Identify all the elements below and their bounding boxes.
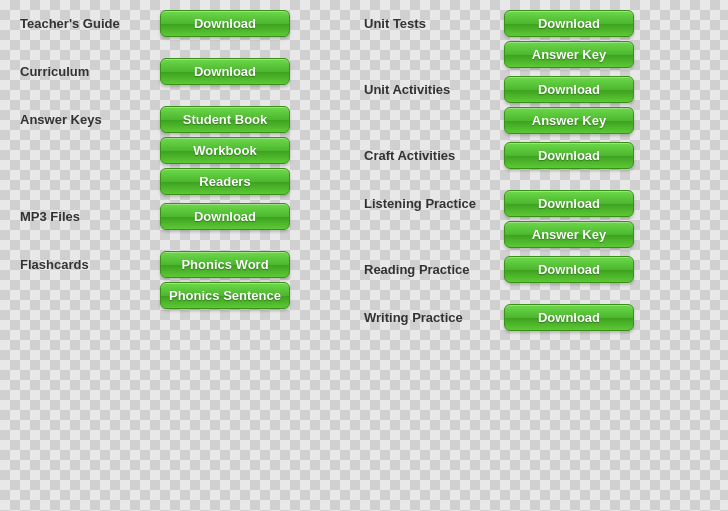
label-left-1: Curriculum [20,58,160,79]
row-right-1: Unit ActivitiesDownloadAnswer Key [364,76,708,134]
buttons-left-0: Download [160,10,290,37]
buttons-left-2: Student BookWorkbookReaders [160,106,290,195]
row-right-0: Unit TestsDownloadAnswer Key [364,10,708,68]
row-left-3: MP3 FilesDownload [20,203,364,243]
buttons-right-3: DownloadAnswer Key [504,190,634,248]
main-container: Teacher's GuideDownloadCurriculumDownloa… [0,0,728,511]
buttons-right-1: DownloadAnswer Key [504,76,634,134]
btn-left-2-0[interactable]: Student Book [160,106,290,133]
row-left-2: Answer KeysStudent BookWorkbookReaders [20,106,364,195]
label-left-2: Answer Keys [20,106,160,127]
row-right-2: Craft ActivitiesDownload [364,142,708,182]
buttons-left-1: Download [160,58,290,85]
buttons-right-5: Download [504,304,634,331]
label-left-4: Flashcards [20,251,160,272]
row-left-1: CurriculumDownload [20,58,364,98]
btn-right-3-1[interactable]: Answer Key [504,221,634,248]
btn-right-5-0[interactable]: Download [504,304,634,331]
btn-right-0-0[interactable]: Download [504,10,634,37]
buttons-right-4: Download [504,256,634,283]
btn-right-0-1[interactable]: Answer Key [504,41,634,68]
label-left-0: Teacher's Guide [20,10,160,31]
btn-left-3-0[interactable]: Download [160,203,290,230]
btn-left-2-1[interactable]: Workbook [160,137,290,164]
column-right: Unit TestsDownloadAnswer KeyUnit Activit… [364,10,708,501]
btn-right-1-1[interactable]: Answer Key [504,107,634,134]
row-left-4: FlashcardsPhonics WordPhonics Sentence [20,251,364,309]
row-left-0: Teacher's GuideDownload [20,10,364,50]
label-right-1: Unit Activities [364,76,504,97]
row-right-5: Writing PracticeDownload [364,304,708,344]
btn-right-2-0[interactable]: Download [504,142,634,169]
btn-right-1-0[interactable]: Download [504,76,634,103]
label-right-3: Listening Practice [364,190,504,211]
label-right-0: Unit Tests [364,10,504,31]
btn-left-4-0[interactable]: Phonics Word [160,251,290,278]
row-right-4: Reading PracticeDownload [364,256,708,296]
btn-left-1-0[interactable]: Download [160,58,290,85]
label-left-3: MP3 Files [20,203,160,224]
buttons-left-3: Download [160,203,290,230]
row-right-3: Listening PracticeDownloadAnswer Key [364,190,708,248]
label-right-4: Reading Practice [364,256,504,277]
buttons-right-0: DownloadAnswer Key [504,10,634,68]
column-left: Teacher's GuideDownloadCurriculumDownloa… [20,10,364,501]
label-right-2: Craft Activities [364,142,504,163]
btn-right-4-0[interactable]: Download [504,256,634,283]
buttons-right-2: Download [504,142,634,169]
btn-left-0-0[interactable]: Download [160,10,290,37]
label-right-5: Writing Practice [364,304,504,325]
btn-left-4-1[interactable]: Phonics Sentence [160,282,290,309]
btn-left-2-2[interactable]: Readers [160,168,290,195]
buttons-left-4: Phonics WordPhonics Sentence [160,251,290,309]
btn-right-3-0[interactable]: Download [504,190,634,217]
